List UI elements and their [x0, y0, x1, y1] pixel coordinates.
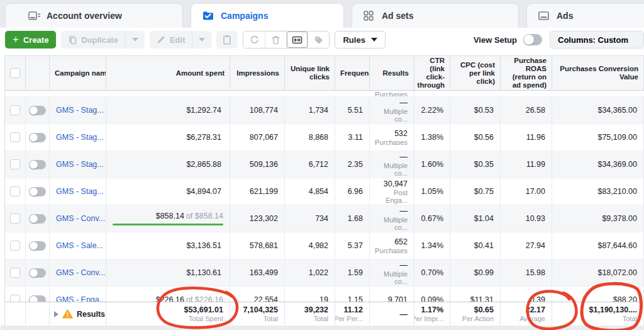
- ab-test-button[interactable]: [286, 31, 308, 48]
- amount-spent-value: $858.14: [156, 212, 184, 220]
- duplicate-button[interactable]: Duplicate: [61, 31, 125, 48]
- tab-ads[interactable]: Ads: [526, 3, 644, 28]
- campaign-toggle[interactable]: [29, 214, 46, 224]
- impressions-value: 22,554: [230, 287, 285, 302]
- tab-ad-sets[interactable]: Ad sets: [352, 3, 519, 28]
- row-checkbox[interactable]: [10, 132, 20, 142]
- campaign-name-link[interactable]: GMS - Sale...: [56, 241, 99, 250]
- tab-account-overview[interactable]: Account overview: [5, 3, 183, 28]
- campaign-name-link[interactable]: GMS - Conv...: [56, 214, 99, 223]
- campaign-toggle[interactable]: [29, 106, 46, 115]
- bottom-strip: [1, 326, 644, 330]
- row-checkbox[interactable]: [10, 213, 20, 224]
- frequency-value: 1.15: [335, 287, 370, 302]
- total-cpc: $0.65: [474, 305, 494, 314]
- table-row: GMS - Conv... $1,130.61 163,499 1,022 1.…: [5, 259, 644, 287]
- duplicate-dropdown-button[interactable]: [125, 31, 145, 48]
- campaign-name-link[interactable]: GMS - Conv...: [56, 268, 99, 277]
- total-results: —: [400, 310, 408, 319]
- refresh-button[interactable]: [243, 31, 265, 48]
- campaign-name-link[interactable]: GMS - Stag...: [56, 160, 99, 169]
- duplicate-button-group: Duplicate: [61, 31, 145, 48]
- tab-label: Ad sets: [382, 11, 414, 21]
- paste-button[interactable]: [216, 31, 238, 48]
- view-setup-toggle[interactable]: [523, 34, 542, 45]
- purchases-conversion-value: $18,072.00: [552, 259, 644, 286]
- impressions-value: 123,302: [230, 205, 285, 232]
- header-frequency[interactable]: Frequency: [335, 56, 370, 90]
- total-frequency: 11.12: [343, 305, 363, 314]
- total-impressions: 7,104,325: [243, 305, 278, 314]
- chevron-down-icon: [371, 38, 377, 42]
- campaign-name-link[interactable]: GMS - Stag...: [56, 106, 99, 115]
- frequency-value: 5.37: [335, 232, 370, 259]
- roas-value: 0.39: [501, 287, 552, 302]
- campaign-name-link[interactable]: GMS - Enga...: [56, 295, 99, 302]
- impressions-value: 509,136: [230, 151, 285, 178]
- trash-icon: [271, 35, 280, 45]
- header-campaign-name[interactable]: Campaign name▼: [50, 56, 106, 90]
- campaign-toggle[interactable]: [29, 241, 46, 251]
- impressions-value: 578,681: [230, 232, 285, 259]
- clipped-row-text: Purchases: [375, 91, 408, 96]
- level-tabs: Account overview Campaigns Ad sets Ads: [0, 0, 644, 28]
- header-unique-link-clicks[interactable]: Unique link clicks: [285, 56, 335, 90]
- header-purchases-conversion-value[interactable]: Purchases Conversion Value: [552, 56, 644, 90]
- header-ctr[interactable]: CTR (link click-through: [414, 56, 450, 90]
- header-purchase-roas[interactable]: Purchase ROAS (return on ad spend): [501, 56, 552, 90]
- tab-campaigns[interactable]: Campaigns: [191, 3, 344, 28]
- purchases-conversion-value: $75,109.00: [552, 124, 644, 151]
- refresh-icon: [250, 35, 259, 45]
- purchases-conversion-value: $9,378.00: [552, 205, 644, 232]
- cpc-value: $0.99: [450, 259, 501, 286]
- impressions-value: 163,499: [230, 259, 285, 286]
- totals-label: Results: [77, 310, 105, 319]
- expand-caret-icon[interactable]: [54, 311, 58, 317]
- header-amount-spent[interactable]: Amount spent: [106, 56, 230, 90]
- toggle-knob: [30, 188, 38, 196]
- duplicate-label: Duplicate: [81, 35, 118, 45]
- row-checkbox[interactable]: [10, 268, 20, 278]
- row-checkbox[interactable]: [10, 295, 20, 302]
- toggle-knob: [30, 296, 38, 302]
- results-value: —: [400, 98, 408, 107]
- row-checkbox[interactable]: [10, 186, 20, 196]
- edit-button[interactable]: Edit: [150, 31, 192, 48]
- table-row: GMS - Sale... $3,136.51 578,681 4,982 5.…: [5, 232, 644, 259]
- delete-button[interactable]: [265, 31, 286, 48]
- plus-icon: +: [13, 34, 19, 45]
- table-body: GMS - Stag... $1,292.74 108,774 1,734 5.…: [5, 97, 644, 302]
- results-type: Multiple co...: [376, 270, 408, 285]
- purchases-conversion-value: $83,210.00: [552, 178, 644, 205]
- amount-spent-value: $226.16: [156, 295, 184, 302]
- campaign-toggle[interactable]: [29, 133, 46, 142]
- campaign-name-link[interactable]: GMS - Stag...: [56, 187, 99, 196]
- results-type: Multiple co...: [376, 162, 408, 177]
- create-button[interactable]: + Create: [5, 31, 56, 48]
- campaign-toggle[interactable]: [29, 187, 46, 196]
- header-impressions[interactable]: Impressions: [230, 56, 285, 90]
- frequency-value: 2.35: [335, 151, 370, 178]
- campaign-toggle[interactable]: [29, 268, 46, 278]
- edit-dropdown-button[interactable]: [192, 31, 211, 48]
- unique-link-clicks-value: 8,868: [285, 124, 335, 151]
- cpc-value: $0.56: [450, 124, 501, 151]
- row-checkbox[interactable]: [10, 159, 20, 169]
- header-cpc[interactable]: CPC (cost per link click): [450, 56, 501, 90]
- edit-button-group: Edit: [150, 31, 212, 48]
- toggle-knob: [30, 269, 38, 277]
- columns-button[interactable]: Columns: Custom: [550, 31, 644, 48]
- campaign-toggle[interactable]: [29, 295, 46, 302]
- tag-button[interactable]: [308, 31, 329, 48]
- select-all-checkbox[interactable]: [10, 68, 20, 78]
- row-checkbox[interactable]: [10, 241, 20, 251]
- clipped-row: Purchases: [5, 91, 644, 97]
- campaign-name-link[interactable]: GMS - Stag...: [56, 133, 99, 142]
- rules-button[interactable]: Rules: [335, 31, 385, 48]
- header-results[interactable]: Results: [370, 56, 414, 90]
- warning-icon: [62, 309, 73, 319]
- campaign-toggle[interactable]: [29, 160, 46, 169]
- row-checkbox[interactable]: [10, 105, 20, 115]
- tab-label: Campaigns: [221, 11, 268, 21]
- roas-value: 15.98: [501, 259, 552, 286]
